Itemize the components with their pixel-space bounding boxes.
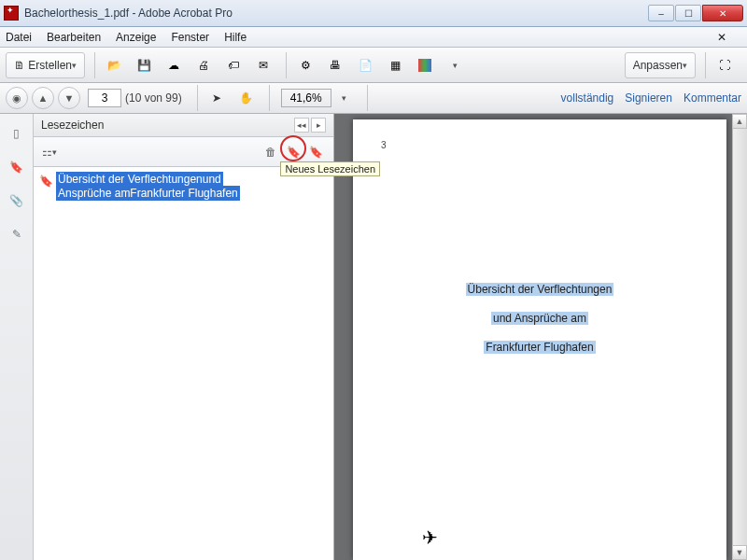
document-page: 3 Übersicht der Verflechtungen und Anspr… — [353, 119, 726, 560]
trash-icon — [265, 146, 276, 159]
scroll-down-button[interactable]: ▼ — [732, 545, 747, 560]
comment-link[interactable]: Kommentar — [684, 91, 741, 105]
delete-bookmark-button[interactable] — [261, 142, 281, 162]
customize-label: Anpassen — [633, 59, 683, 72]
separator — [94, 52, 95, 78]
separator — [367, 85, 368, 111]
form-icon — [390, 59, 401, 72]
bookmark-item-label: Übersicht der Verflechtungenund — [56, 172, 223, 187]
print-icon — [198, 59, 209, 72]
zoom-dropdown[interactable] — [331, 85, 358, 111]
prev-page-button[interactable]: ▲ — [32, 87, 54, 109]
page-title: Übersicht der Verflechtungen und Ansprüc… — [353, 273, 726, 360]
folder-icon — [107, 59, 121, 72]
bookmark-item[interactable]: Übersicht der Verflechtungenund Ansprüch… — [39, 173, 328, 201]
tag-icon — [228, 59, 239, 72]
fullscreen-icon — [719, 59, 730, 72]
next-page-button[interactable]: ▼ — [58, 87, 80, 109]
pdf-icon — [359, 59, 373, 72]
mail-button[interactable] — [250, 52, 276, 78]
page-count: (10 von 99) — [125, 91, 182, 105]
list-icon — [42, 146, 52, 159]
window-title: Bachelorthesis_1.pdf - Adobe Acrobat Pro — [24, 7, 647, 20]
bookmarks-toolbar: Neues Lesezeichen — [34, 137, 333, 167]
page-input[interactable] — [88, 89, 121, 107]
pane-next-button[interactable]: ▸ — [311, 118, 326, 133]
new-bookmark-icon — [287, 146, 301, 159]
menubar: Datei Bearbeiten Anzeige Fenster Hilfe ✕ — [0, 27, 747, 48]
pane-prev-button[interactable]: ◂◂ — [294, 118, 309, 133]
first-page-button[interactable]: ◉ — [6, 87, 28, 109]
bookmark-item-label-2: Ansprüche amFrankfurter Flughafen — [56, 186, 240, 201]
tooltip: Neues Lesezeichen — [280, 161, 380, 176]
combine-button[interactable] — [352, 52, 378, 78]
rgb-icon — [418, 59, 431, 72]
settings-button[interactable] — [292, 52, 318, 78]
bookmarks-header: Lesezeichen ◂◂ ▸ — [34, 114, 333, 137]
hand-icon — [239, 91, 253, 105]
minimize-button[interactable]: – — [648, 5, 674, 21]
zoom-combo[interactable]: 41,6% — [281, 89, 331, 107]
sign-link[interactable]: Signieren — [625, 91, 672, 105]
attachments-panel-button[interactable] — [5, 189, 29, 213]
zoom-value: 41,6% — [290, 91, 322, 105]
nav-toolbar: ◉ ▲ ▼ (10 von 99) 41,6% vollständig Sign… — [0, 83, 747, 114]
color-dropdown[interactable] — [442, 52, 468, 78]
menu-file[interactable]: Datei — [6, 31, 32, 44]
menu-window[interactable]: Fenster — [171, 31, 209, 44]
separator — [269, 85, 270, 111]
document-area[interactable]: 3 Übersicht der Verflechtungen und Anspr… — [334, 114, 747, 560]
new-from-structure-button[interactable] — [305, 142, 326, 162]
vertical-scrollbar[interactable]: ▲ ▼ — [732, 114, 747, 560]
main-area: Lesezeichen ◂◂ ▸ Neues Lesezeichen Übers… — [0, 114, 747, 560]
complete-link[interactable]: vollständig — [561, 91, 614, 105]
save-button[interactable] — [131, 52, 157, 78]
page-number: 3 — [381, 140, 387, 150]
bookmarks-pane: Lesezeichen ◂◂ ▸ Neues Lesezeichen Übers… — [34, 114, 334, 560]
bookmarks-panel-button[interactable] — [5, 155, 29, 179]
bookmarks-list: Übersicht der Verflechtungenund Ansprüch… — [34, 167, 333, 560]
print-button[interactable] — [190, 52, 217, 78]
bookmarks-menu-button[interactable] — [39, 142, 60, 162]
separator — [197, 85, 198, 111]
open-button[interactable] — [101, 52, 127, 78]
pages-icon — [13, 127, 20, 140]
new-bookmark-struct-icon — [309, 146, 323, 159]
new-bookmark-button[interactable] — [283, 142, 303, 162]
scroll-up-button[interactable]: ▲ — [732, 114, 747, 129]
menu-help[interactable]: Hilfe — [224, 31, 247, 44]
cloud-button[interactable] — [161, 52, 187, 78]
app-icon — [4, 6, 19, 21]
separator — [286, 52, 287, 78]
gear-icon — [301, 59, 311, 72]
color-button[interactable] — [412, 52, 438, 78]
customize-button[interactable]: Anpassen — [625, 52, 696, 78]
scan-button[interactable] — [322, 52, 348, 78]
separator — [705, 52, 706, 78]
hand-tool[interactable] — [233, 85, 260, 111]
close-button[interactable]: ✕ — [702, 5, 743, 21]
left-strip — [0, 114, 34, 560]
maximize-button[interactable]: ☐ — [675, 5, 701, 21]
tag-button[interactable] — [220, 52, 247, 78]
signature-icon — [12, 228, 21, 241]
page-title-l2: und Ansprüche am — [491, 312, 588, 325]
document-icon — [14, 59, 25, 72]
window-buttons: – ☐ ✕ — [647, 5, 743, 21]
menu-view[interactable]: Anzeige — [116, 31, 156, 44]
menu-edit[interactable]: Bearbeiten — [47, 31, 101, 44]
airplane-graphic: ✈︎ — [422, 526, 438, 549]
mail-icon — [259, 59, 268, 72]
menubar-close-icon[interactable]: ✕ — [717, 31, 726, 44]
bookmarks-title: Lesezeichen — [41, 119, 104, 132]
create-button[interactable]: Erstellen — [6, 52, 85, 78]
fullscreen-button[interactable] — [712, 52, 738, 78]
form-button[interactable] — [382, 52, 408, 78]
signatures-panel-button[interactable] — [5, 222, 29, 246]
cloud-icon — [168, 59, 179, 72]
bookmark-icon — [9, 161, 23, 174]
arrow-icon — [212, 91, 221, 105]
select-tool[interactable] — [204, 85, 230, 111]
pages-panel-button[interactable] — [5, 121, 29, 146]
page-title-l1: Übersicht der Verflechtungen — [466, 283, 614, 296]
